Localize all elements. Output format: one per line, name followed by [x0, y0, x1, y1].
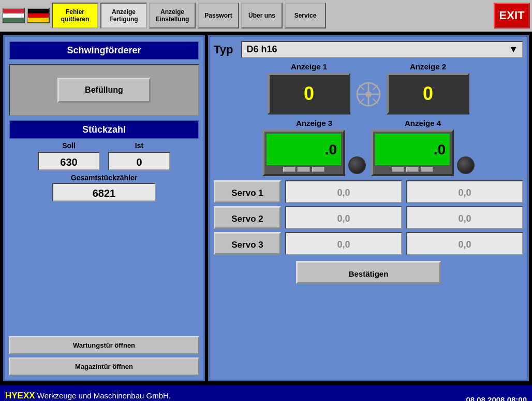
flag-hungary[interactable] — [2, 8, 25, 23]
servo3-value1: 0,0 — [285, 232, 402, 255]
service-button[interactable]: Service — [285, 3, 326, 28]
servo3-row: Servo 3 0,0 0,0 — [214, 232, 523, 255]
soll-ist-row: Soll 630 Ist 0 — [9, 139, 199, 173]
right-panel: Typ D6 h16 ▼ Anzeige 1 0 — [208, 35, 529, 381]
anzeige2-display: 0 — [387, 73, 469, 114]
anzeige3-btn3[interactable] — [312, 167, 324, 172]
anzeige4-inner: .0 — [375, 134, 450, 165]
footer-company-highlight: HYEXX — [5, 391, 35, 400]
stueckzahl-title: Stückzahl — [9, 120, 199, 139]
servo3-button[interactable]: Servo 3 — [214, 232, 281, 255]
anzeige3-btn2[interactable] — [298, 167, 310, 172]
anzeige4-btn2[interactable] — [406, 167, 419, 172]
anzeige3-value: .0 — [325, 141, 337, 158]
soll-value: 630 — [38, 152, 100, 170]
schwingfoerderer-title: Schwingförderer — [9, 41, 199, 60]
footer-datetime: 08.08.2008 08:00 — [466, 395, 527, 402]
left-panel: Schwingförderer Befüllung Stückzahl Soll… — [3, 35, 205, 381]
typ-value: D6 h16 — [246, 44, 277, 55]
wheel-icon — [356, 81, 381, 107]
anzeige1-display: 0 — [268, 73, 350, 114]
servo3-value2: 0,0 — [406, 232, 523, 255]
ueber-uns-button[interactable]: Über uns — [241, 3, 283, 28]
anzeige2-group: Anzeige 2 0 — [387, 62, 469, 114]
anzeige4-btn3[interactable] — [421, 167, 433, 172]
anzeige-fertigung-button[interactable]: Anzeige Fertigung — [100, 3, 147, 28]
anzeige-bottom-row: Anzeige 3 .0 An — [214, 119, 523, 176]
anzeige4-value: .0 — [434, 141, 446, 158]
anzeige4-label: Anzeige 4 — [405, 119, 441, 127]
servo2-value2: 0,0 — [406, 206, 523, 229]
anzeige3-knob[interactable] — [348, 156, 366, 174]
anzeige-top-row: Anzeige 1 0 — [214, 62, 523, 114]
anzeige-einstellung-button[interactable]: Anzeige Einstellung — [149, 3, 196, 28]
gesamt-label: Gesamtstückzähler — [9, 173, 199, 183]
anzeige2-value: 0 — [423, 83, 433, 105]
soll-label: Soll — [62, 141, 76, 150]
servo1-value1: 0,0 — [285, 180, 402, 203]
bottom-buttons: Wartungstür öffnen Magazintür öffnen — [9, 336, 199, 376]
stueckzahl-section: Stückzahl Soll 630 Ist 0 Gesamtstückzähl… — [9, 120, 199, 202]
ist-value: 0 — [108, 152, 170, 170]
soll-col: Soll 630 — [38, 141, 100, 170]
main-content: Schwingförderer Befüllung Stückzahl Soll… — [0, 32, 532, 384]
bestaetigen-button[interactable]: Bestätigen — [296, 261, 441, 284]
servo2-button[interactable]: Servo 2 — [214, 206, 281, 229]
anzeige3-display: .0 — [262, 130, 345, 176]
topbar: Fehler quittieren Anzeige Fertigung Anze… — [0, 0, 532, 32]
wartungstuer-button[interactable]: Wartungstür öffnen — [9, 336, 199, 354]
passwort-button[interactable]: Passwort — [198, 3, 239, 28]
anzeige4-buttons — [375, 167, 450, 172]
svg-point-1 — [365, 91, 372, 97]
anzeige1-value: 0 — [304, 83, 314, 105]
gesamt-value: 6821 — [52, 183, 156, 202]
servo1-button[interactable]: Servo 1 — [214, 180, 281, 203]
anzeige4-knob[interactable] — [457, 156, 475, 174]
anzeige3-buttons — [267, 167, 341, 172]
flag-germany[interactable] — [27, 8, 50, 23]
typ-row: Typ D6 h16 ▼ — [214, 41, 523, 58]
footer-company-rest: Werkzeuge und Maschinenbau GmbH. — [35, 391, 171, 400]
footer: HYEXX Werkzeuge und Maschinenbau GmbH. 2… — [0, 384, 532, 401]
ist-col: Ist 0 — [108, 141, 170, 170]
fehler-quittieren-button[interactable]: Fehler quittieren — [52, 3, 98, 28]
anzeige4-wrapper: .0 — [371, 130, 475, 176]
servo2-value1: 0,0 — [285, 206, 402, 229]
servo-section: Servo 1 0,0 0,0 Servo 2 0,0 0,0 Servo 3 … — [214, 180, 523, 255]
footer-left: HYEXX Werkzeuge und Maschinenbau GmbH. 2… — [5, 391, 171, 402]
exit-button[interactable]: EXIT — [494, 3, 530, 28]
befuellung-button[interactable]: Befüllung — [57, 78, 151, 103]
anzeige3-btn1[interactable] — [283, 167, 295, 172]
anzeige2-label: Anzeige 2 — [410, 62, 446, 71]
servo1-row: Servo 1 0,0 0,0 — [214, 180, 523, 203]
magazintuer-button[interactable]: Magazintür öffnen — [9, 357, 199, 376]
typ-label: Typ — [214, 43, 233, 56]
anzeige4-btn1[interactable] — [392, 167, 404, 172]
bestaetigen-row: Bestätigen — [214, 261, 523, 284]
footer-company: HYEXX Werkzeuge und Maschinenbau GmbH. — [5, 391, 171, 401]
anzeige3-inner: .0 — [267, 134, 341, 165]
dropdown-arrow-icon: ▼ — [509, 44, 518, 55]
typ-dropdown[interactable]: D6 h16 ▼ — [241, 41, 523, 58]
anzeige1-group: Anzeige 1 0 — [268, 62, 350, 114]
anzeige3-group: Anzeige 3 .0 — [262, 119, 366, 176]
anzeige3-wrapper: .0 — [262, 130, 366, 176]
anzeige4-display: .0 — [371, 130, 454, 176]
servo2-row: Servo 2 0,0 0,0 — [214, 206, 523, 229]
anzeige4-group: Anzeige 4 .0 — [371, 119, 475, 176]
anzeige3-label: Anzeige 3 — [296, 119, 332, 127]
anzeige1-label: Anzeige 1 — [291, 62, 327, 71]
befuellung-area: Befüllung — [9, 64, 199, 116]
servo1-value2: 0,0 — [406, 180, 523, 203]
ist-label: Ist — [135, 141, 143, 150]
